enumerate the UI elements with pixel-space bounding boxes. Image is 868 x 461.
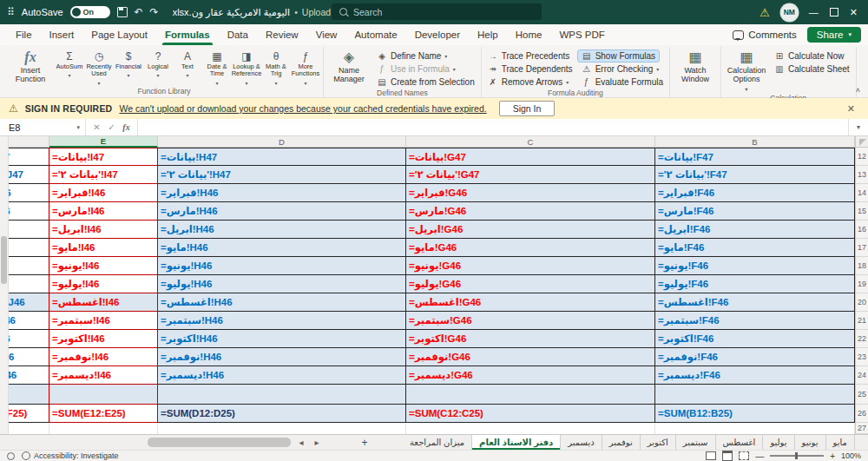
row-header-17[interactable]: 17: [856, 239, 868, 257]
cell-B25[interactable]: [655, 385, 855, 405]
cell-F17[interactable]: =مايو!J46: [9, 239, 49, 257]
ribbon-tab-data[interactable]: Data: [219, 24, 257, 45]
cell-F25[interactable]: [9, 385, 49, 405]
cell-C26[interactable]: =SUM(C12:C25): [406, 405, 655, 423]
cell-F27[interactable]: [9, 423, 49, 434]
cell-C22[interactable]: =اكتوبر!G46: [406, 330, 655, 348]
ribbon-tab-home[interactable]: Home: [507, 24, 551, 45]
row-header-16[interactable]: 16: [856, 221, 868, 239]
autosave-toggle[interactable]: On: [70, 6, 110, 18]
cell-C27[interactable]: [406, 423, 655, 434]
remove-arrows-button[interactable]: ✗Remove Arrows▾: [484, 76, 573, 88]
row-header-18[interactable]: 18: [856, 257, 868, 275]
cell-E27[interactable]: [49, 423, 158, 434]
cell-F18[interactable]: =يونيو!J46: [9, 257, 49, 275]
cell-E16[interactable]: =ابريل!I46: [49, 221, 158, 239]
cell-B17[interactable]: =مايو!F46: [655, 239, 855, 257]
cell-C13[interactable]: ='بيانات ٢'!G47: [406, 166, 655, 184]
logical-button[interactable]: ?Logical▾: [143, 47, 173, 86]
ribbon-tab-wps-pdf[interactable]: WPS PDF: [550, 24, 613, 45]
sheet-tab-4[interactable]: اكتوبر: [641, 435, 676, 450]
cell-F21[interactable]: =سبتمبر!J46: [9, 312, 49, 330]
ribbon-tab-view[interactable]: View: [307, 24, 346, 45]
cell-B20[interactable]: =اغسطس!F46: [655, 293, 855, 312]
cell-D24[interactable]: =ديسمبر!H46: [158, 366, 406, 385]
horizontal-scrollbar-handle[interactable]: [148, 438, 291, 447]
row-header-21[interactable]: 21: [856, 312, 868, 330]
cell-E19[interactable]: =يوليو!I46: [49, 275, 158, 293]
cell-C24[interactable]: =ديسمبر!G46: [406, 366, 655, 385]
cell-F15[interactable]: =مارس!J46: [9, 202, 49, 221]
new-sheet-button[interactable]: +: [356, 435, 373, 450]
use-in-formula-button[interactable]: ƒUse in Formula▾: [373, 63, 459, 75]
calculation-options-button[interactable]: ▦ Calculation Options ▾: [724, 47, 769, 93]
row-header-15[interactable]: 15: [856, 202, 868, 221]
vertical-scrollbar[interactable]: [0, 136, 9, 434]
cell-F26[interactable]: =SUM(F12:F25): [9, 405, 49, 423]
date-time-button[interactable]: ▦Date & Time▾: [202, 47, 232, 86]
search-input[interactable]: Search: [332, 3, 542, 20]
row-header-26[interactable]: 26: [856, 405, 868, 423]
cell-C12[interactable]: =بيانات!G47: [406, 148, 655, 166]
collapse-ribbon-icon[interactable]: ˄: [856, 86, 860, 95]
evaluate-formula-button[interactable]: ƒEvaluate Formula: [578, 76, 667, 88]
formula-input[interactable]: [138, 119, 848, 135]
sheet-tab-0[interactable]: ميزان المراجعة: [403, 435, 472, 450]
cell-D22[interactable]: =اكتوبر!H46: [158, 330, 406, 348]
cell-C21[interactable]: =سبتمبر!G46: [406, 312, 655, 330]
cell-C16[interactable]: =ابريل!G46: [406, 221, 655, 239]
cell-D19[interactable]: =يوليو!H46: [158, 275, 406, 293]
text-button[interactable]: AText▾: [173, 47, 202, 86]
signin-message[interactable]: We can't upload or download your changes…: [119, 103, 486, 114]
cell-D18[interactable]: =يونيو!H46: [158, 257, 406, 275]
cell-F12[interactable]: =بيانات!J47: [9, 148, 49, 166]
cell-B26[interactable]: =SUM(B12:B25): [655, 405, 855, 423]
cell-F23[interactable]: =نوفمبر!J46: [9, 348, 49, 366]
row-header-22[interactable]: 22: [856, 330, 868, 348]
normal-view-icon[interactable]: [706, 451, 716, 460]
ribbon-tab-help[interactable]: Help: [469, 24, 507, 45]
page-layout-view-icon[interactable]: [722, 451, 733, 461]
cell-E23[interactable]: =نوفمبر!I46: [49, 348, 158, 366]
cell-D25[interactable]: [158, 385, 406, 405]
sheet-scroll-right-icon[interactable]: ▸: [309, 435, 325, 450]
cancel-entry-icon[interactable]: ✕: [90, 122, 103, 132]
ribbon-tab-developer[interactable]: Developer: [406, 24, 469, 45]
avatar[interactable]: NM: [781, 4, 798, 21]
alert-icon[interactable]: ⚠: [760, 6, 770, 19]
sheet-tab-5[interactable]: سبتمبر: [676, 435, 716, 450]
enter-entry-icon[interactable]: ✓: [105, 122, 118, 132]
recently-used-button[interactable]: ◷Recently Used▾: [84, 47, 114, 86]
cell-C19[interactable]: =يوليو!G46: [406, 275, 655, 293]
cell-E17[interactable]: =مايو!I46: [49, 239, 158, 257]
cell-C20[interactable]: =اغسطس!G46: [406, 293, 655, 312]
cell-B18[interactable]: =يونيو!F46: [655, 257, 855, 275]
cell-B14[interactable]: =فبراير!F46: [655, 184, 855, 202]
share-button[interactable]: Share ▾: [807, 27, 861, 43]
expand-formula-bar-icon[interactable]: ▾: [848, 119, 868, 135]
sheet-tab-7[interactable]: يوليو: [763, 435, 794, 450]
row-header-23[interactable]: 23: [856, 348, 868, 366]
page-break-view-icon[interactable]: [739, 451, 749, 460]
cell-E12[interactable]: =بيانات!I47: [49, 148, 158, 166]
cell-D20[interactable]: =اغسطس!H46: [158, 293, 406, 312]
ribbon-tab-file[interactable]: File: [7, 24, 41, 45]
cell-B16[interactable]: =ابريل!F46: [655, 221, 855, 239]
cell-D16[interactable]: =ابريل!H46: [158, 221, 406, 239]
name-box[interactable]: E8 ▾: [0, 119, 86, 135]
sign-in-button[interactable]: Sign In: [499, 101, 556, 116]
cell-F14[interactable]: =فبراير!J46: [9, 184, 49, 202]
lookup-reference-button[interactable]: ◨Lookup & Reference▾: [232, 47, 261, 86]
cell-E15[interactable]: =مارس!I46: [49, 202, 158, 221]
cell-B24[interactable]: =ديسمبر!F46: [655, 366, 855, 385]
cell-E13[interactable]: ='بيانات ٢'!I47: [49, 166, 158, 184]
calculate-sheet-button[interactable]: ▥Calculate Sheet: [771, 63, 853, 75]
cell-B13[interactable]: ='بيانات ٢'!F47: [655, 166, 855, 184]
cell-B23[interactable]: =نوفمبر!F46: [655, 348, 855, 366]
row-header-25[interactable]: 25: [856, 385, 868, 405]
close-button[interactable]: ✕: [850, 7, 858, 18]
zoom-out-icon[interactable]: —: [755, 451, 764, 461]
redo-icon[interactable]: ↷: [150, 7, 159, 17]
cell-B27[interactable]: [655, 423, 855, 434]
row-header-24[interactable]: 24: [856, 366, 868, 385]
